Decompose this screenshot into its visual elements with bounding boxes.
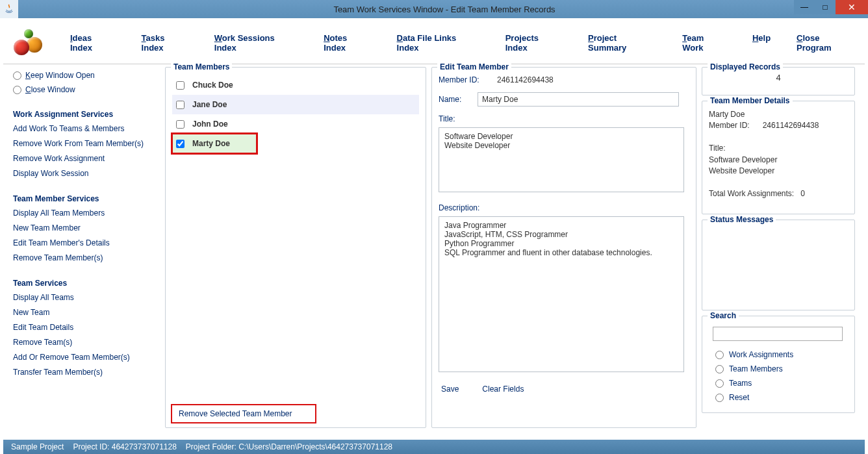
menu-close-program[interactable]: Close Program — [797, 33, 856, 53]
menu-bar: Ideas Index Tasks Index Work Sessions In… — [3, 21, 865, 64]
radio-keep-window-open[interactable]: Keep Window Open — [13, 71, 157, 80]
sidebar: Keep Window Open Close Window Work Assig… — [4, 67, 160, 436]
team-member-row-selected[interactable]: Marty Doe — [172, 134, 257, 153]
name-input[interactable] — [478, 92, 679, 107]
displayed-records-count: 4 — [709, 73, 848, 82]
link-remove-members[interactable]: Remove Team Member(s) — [13, 253, 157, 262]
link-add-work[interactable]: Add Work To Teams & Members — [13, 124, 157, 133]
maximize-button[interactable]: □ — [815, 0, 836, 14]
team-member-row[interactable]: Jane Doe — [172, 95, 419, 114]
description-textarea[interactable] — [439, 216, 684, 372]
radio-close-window[interactable]: Close Window — [13, 85, 157, 94]
search-radio-team-members[interactable]: Team Members — [715, 364, 848, 373]
status-project-name: Sample Project — [11, 442, 64, 451]
link-new-member[interactable]: New Team Member — [13, 223, 157, 233]
description-label: Description: — [439, 203, 689, 212]
window-controls: — □ ✕ — [794, 0, 868, 14]
link-transfer-members[interactable]: Transfer Team Member(s) — [13, 368, 157, 377]
status-messages-panel: Status Messages — [702, 220, 855, 310]
clear-fields-button[interactable]: Clear Fields — [479, 383, 526, 395]
menu-projects-index[interactable]: Projects Index — [505, 33, 562, 53]
menu-project-summary[interactable]: Project Summary — [588, 33, 656, 53]
member-checkbox[interactable] — [176, 101, 185, 109]
displayed-records-panel: Displayed Records 4 — [702, 67, 855, 95]
search-input[interactable] — [713, 327, 843, 341]
app-logo — [12, 23, 70, 62]
menu-notes-index[interactable]: Notes Index — [324, 33, 370, 53]
menu-team-work[interactable]: Team Work — [682, 33, 726, 53]
save-button[interactable]: Save — [439, 383, 461, 395]
member-checkbox[interactable] — [176, 140, 185, 148]
link-edit-member[interactable]: Edit Team Member's Details — [13, 238, 157, 247]
member-checkbox[interactable] — [176, 120, 185, 129]
link-remove-work-member[interactable]: Remove Work From Team Member(s) — [13, 139, 157, 148]
window-title: Team Work Services Window - Edit Team Me… — [21, 5, 868, 14]
team-members-panel: Team Members Chuck Doe Jane Doe John Doe… — [165, 67, 426, 428]
menu-ideas-index[interactable]: Ideas Index — [70, 33, 116, 53]
close-button[interactable]: ✕ — [836, 0, 868, 14]
minimize-button[interactable]: — — [794, 0, 815, 14]
search-radio-reset[interactable]: Reset — [715, 393, 848, 402]
team-member-row[interactable]: Chuck Doe — [172, 75, 419, 95]
section-team-member: Team Member Services — [13, 194, 157, 203]
link-display-teams[interactable]: Display All Teams — [13, 293, 157, 302]
member-id-value: 2461142694438 — [497, 75, 554, 84]
link-display-members[interactable]: Display All Team Members — [13, 208, 157, 218]
status-project-id: Project ID: 464273737071128 — [73, 442, 176, 451]
link-edit-team[interactable]: Edit Team Details — [13, 323, 157, 332]
search-radio-teams[interactable]: Teams — [715, 379, 848, 388]
remove-selected-member-button[interactable]: Remove Selected Team Member — [172, 405, 315, 422]
link-new-team[interactable]: New Team — [13, 308, 157, 317]
link-add-remove-members[interactable]: Add Or Remove Team Member(s) — [13, 353, 157, 362]
link-display-work[interactable]: Display Work Session — [13, 169, 157, 178]
team-member-row[interactable]: John Doe — [172, 114, 419, 134]
status-bar: Sample Project Project ID: 4642737370711… — [3, 440, 865, 454]
member-details-text[interactable] — [709, 109, 848, 207]
title-bar: Team Work Services Window - Edit Team Me… — [0, 0, 868, 18]
title-textarea[interactable] — [439, 127, 684, 192]
edit-team-member-panel: Edit Team Member Member ID: 246114269443… — [431, 67, 696, 428]
status-project-folder: Project Folder: C:\Users\Darren\Projects… — [186, 442, 392, 451]
member-id-label: Member ID: — [439, 75, 489, 84]
section-team: Team Services — [13, 279, 157, 288]
menu-work-sessions-index[interactable]: Work Sessions Index — [214, 33, 298, 53]
java-icon — [0, 0, 18, 18]
link-remove-work-assign[interactable]: Remove Work Assignment — [13, 154, 157, 163]
search-radio-work-assignments[interactable]: Work Assignments — [715, 350, 848, 359]
menu-help[interactable]: Help — [752, 33, 771, 53]
section-work-assignment: Work Assignment Services — [13, 110, 157, 119]
search-panel: Search Work Assignments Team Members Tea… — [702, 316, 855, 413]
link-remove-teams[interactable]: Remove Team(s) — [13, 338, 157, 347]
menu-data-file-links-index[interactable]: Data File Links Index — [397, 33, 479, 53]
name-label: Name: — [439, 95, 470, 104]
member-checkbox[interactable] — [176, 81, 185, 90]
team-member-details-panel: Team Member Details — [702, 101, 855, 214]
menu-tasks-index[interactable]: Tasks Index — [142, 33, 188, 53]
team-members-list: Chuck Doe Jane Doe John Doe Marty Doe — [172, 75, 419, 405]
title-label: Title: — [439, 114, 689, 123]
